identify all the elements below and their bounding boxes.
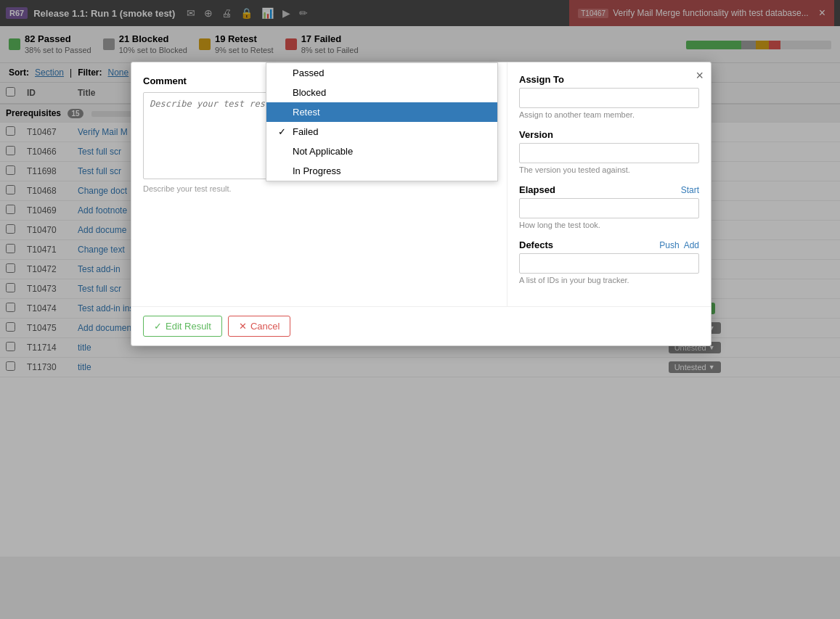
check-icon: ✓ [278, 126, 288, 137]
assign-to-label: Assign To [519, 74, 699, 85]
defects-hint: A list of IDs in your bug tracker. [519, 276, 699, 284]
assign-to-select[interactable] [519, 88, 699, 108]
cancel-x-icon: ✕ [239, 321, 247, 332]
elapsed-start-link[interactable]: Start [681, 185, 699, 195]
defects-group: Defects Push Add A list of IDs in your b… [519, 239, 699, 284]
dropdown-item-retest[interactable]: Retest [266, 102, 497, 122]
dropdown-item-label: Passed [293, 67, 324, 78]
test-result-modal: × Comment ⊞ 🖼 ? Describe your test resul… [131, 62, 711, 346]
comment-hint: Describe your test result. [143, 184, 495, 193]
dropdown-item-failed[interactable]: ✓ Failed [266, 122, 497, 142]
edit-result-button[interactable]: ✓ Edit Result [143, 316, 222, 337]
defects-actions: Push Add [659, 240, 699, 250]
defects-input[interactable] [519, 253, 699, 274]
dropdown-item-not-applicable[interactable]: Not Applicable [266, 142, 497, 161]
defects-add-link[interactable]: Add [684, 240, 699, 250]
elapsed-label: Elapsed Start [519, 184, 699, 195]
dropdown-item-in-progress[interactable]: In Progress [266, 161, 497, 181]
edit-checkmark-icon: ✓ [154, 321, 162, 332]
dropdown-item-label: Blocked [293, 87, 326, 98]
version-group: Version The version you tested against. [519, 129, 699, 174]
defects-label: Defects Push Add [519, 239, 699, 250]
status-dropdown-menu[interactable]: Passed Blocked Retest ✓ Failed Not Appli… [266, 62, 498, 181]
elapsed-hint: How long the test took. [519, 221, 699, 229]
elapsed-input[interactable] [519, 198, 699, 218]
modal-footer: ✓ Edit Result ✕ Cancel [131, 306, 711, 345]
dropdown-item-label: Failed [293, 126, 318, 137]
assign-to-hint: Assign to another team member. [519, 110, 699, 119]
version-hint: The version you tested against. [519, 165, 699, 174]
dropdown-item-passed[interactable]: Passed [266, 63, 497, 83]
modal-overlay[interactable]: × Comment ⊞ 🖼 ? Describe your test resul… [0, 0, 840, 619]
cancel-button[interactable]: ✕ Cancel [228, 316, 290, 337]
version-input[interactable] [519, 143, 699, 163]
dropdown-item-label: Retest [293, 107, 320, 118]
dropdown-item-blocked[interactable]: Blocked [266, 83, 497, 102]
version-label: Version [519, 129, 699, 140]
dropdown-item-label: In Progress [293, 165, 341, 176]
assign-to-group: Assign To Assign to another team member. [519, 74, 699, 119]
defects-push-link[interactable]: Push [659, 240, 679, 250]
elapsed-group: Elapsed Start How long the test took. [519, 184, 699, 229]
modal-right-panel: Assign To Assign to another team member.… [507, 62, 711, 306]
dropdown-item-label: Not Applicable [293, 146, 353, 157]
modal-close-button[interactable]: × [696, 68, 704, 83]
